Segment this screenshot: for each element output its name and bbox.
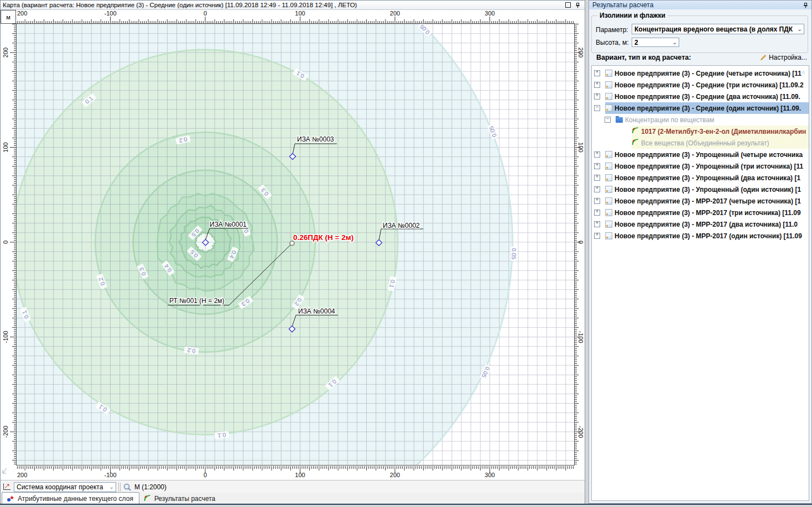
- calculation-variant-icon: [605, 174, 612, 181]
- tab-calculation-results[interactable]: Результаты расчета: [139, 493, 221, 504]
- isolines-icon: [632, 139, 639, 148]
- window-bottom-edge: [0, 504, 812, 505]
- tree-item[interactable]: +Новое предприятие (3) - Средние (два ис…: [592, 91, 809, 102]
- ruler-bottom: 200-1000100200300: [17, 466, 575, 479]
- receptor-marker: [290, 241, 294, 245]
- collapse-icon[interactable]: −: [605, 117, 611, 123]
- svg-text:100: 100: [295, 472, 305, 478]
- expand-icon[interactable]: +: [594, 70, 600, 76]
- tree-item[interactable]: Все вещества (Объединённый результат): [592, 137, 809, 149]
- calculation-variant-icon: [605, 197, 612, 205]
- results-panel-title: Результаты расчета: [592, 1, 803, 9]
- tree-item[interactable]: +Новое предприятие (3) - Упрощенный (два…: [592, 172, 809, 184]
- map-window: Карта (вариант расчета: Новое предприяти…: [0, 0, 585, 504]
- svg-text:0.2: 0.2: [187, 347, 196, 355]
- tree-item[interactable]: +Новое предприятие (3) - Средние (три ис…: [592, 79, 809, 91]
- calculation-variant-icon: [605, 186, 612, 193]
- coord-system-combobox[interactable]: Система координат проекта ⌄: [14, 482, 116, 492]
- tree-item[interactable]: +Новое предприятие (3) - МРР-2017 (три и…: [592, 207, 809, 218]
- tree-item-label: Новое предприятие (3) - Средние (четыре …: [615, 70, 801, 77]
- height-combobox[interactable]: 2 ⌄: [632, 38, 679, 47]
- pencil-icon: [760, 54, 767, 61]
- height-label: Высота, м:: [596, 39, 628, 46]
- max-concentration-flag: 0.26ПДК (Н = 2м): [293, 233, 353, 242]
- tree-item-label: Концентрации по веществам: [625, 116, 714, 124]
- tree-item[interactable]: +Новое предприятие (3) - Средние (четыре…: [592, 67, 809, 79]
- svg-text:200: 200: [577, 48, 584, 58]
- restore-icon[interactable]: [565, 2, 571, 8]
- results-tree[interactable]: ∧ +Новое предприятие (3) - Средние (четы…: [591, 65, 809, 501]
- tree-item-label: Все вещества (Объединённый результат): [641, 139, 769, 147]
- svg-text:0: 0: [577, 241, 584, 244]
- tree-item-label: Новое предприятие (3) - Средние (три ист…: [615, 81, 804, 89]
- tree-item[interactable]: +Новое предприятие (3) - Упрощенный (три…: [592, 160, 809, 172]
- tree-item[interactable]: −Концентрации по веществам: [592, 114, 809, 126]
- svg-text:200: 200: [390, 10, 400, 17]
- calculation-variant-icon: [605, 232, 612, 239]
- svg-text:ИЗА №0003: ИЗА №0003: [297, 135, 334, 143]
- ruler-corner-bottom: [1, 466, 16, 479]
- parameter-combobox[interactable]: Концентрация вредного вещества (в долях …: [632, 24, 804, 34]
- variant-label: Вариант, тип и код расчета:: [596, 54, 691, 61]
- map-window-title: Карта (вариант расчета: Новое предприяти…: [3, 2, 565, 8]
- calculation-variant-icon: [605, 81, 612, 88]
- isolines-icon: [144, 495, 151, 502]
- map-window-titlebar: Карта (вариант расчета: Новое предприяти…: [1, 1, 585, 10]
- expand-icon[interactable]: +: [594, 93, 600, 100]
- pin-icon[interactable]: [575, 2, 580, 8]
- expand-icon[interactable]: +: [594, 210, 600, 216]
- ruler-unit-box: м: [1, 10, 16, 24]
- tree-item[interactable]: +Новое предприятие (3) - МРР-2017 (два и…: [592, 218, 809, 230]
- pin-icon[interactable]: [803, 2, 808, 8]
- settings-button[interactable]: Настройка...: [760, 54, 807, 61]
- collapse-icon[interactable]: −: [594, 105, 600, 111]
- expand-icon[interactable]: +: [594, 163, 600, 169]
- zoom-scale-icon: [123, 483, 132, 492]
- svg-text:100: 100: [295, 10, 305, 17]
- calculation-variant-icon: [605, 93, 612, 100]
- svg-text:ИЗА №0004: ИЗА №0004: [298, 307, 335, 315]
- expand-icon[interactable]: +: [594, 175, 600, 181]
- tree-item[interactable]: +Новое предприятие (3) - Упрощенный (оди…: [592, 184, 809, 195]
- expand-icon[interactable]: +: [594, 233, 600, 239]
- svg-text:200: 200: [390, 472, 400, 478]
- tree-item-label: Новое предприятие (3) - Упрощенный (три …: [615, 163, 803, 170]
- separator: [118, 483, 121, 492]
- svg-text:-100: -100: [2, 331, 9, 343]
- tree-item[interactable]: −Новое предприятие (3) - Средние (один и…: [592, 102, 809, 114]
- expand-icon[interactable]: +: [594, 151, 600, 158]
- expand-icon[interactable]: +: [594, 186, 600, 192]
- tree-item[interactable]: 1017 (2-Метилбут-3-ен-2-ол (Диметилвинил…: [592, 126, 809, 137]
- svg-text:200: 200: [17, 472, 27, 478]
- expand-icon[interactable]: +: [594, 198, 600, 204]
- tree-item[interactable]: +Новое предприятие (3) - МРР-2017 (один …: [592, 230, 809, 242]
- svg-text:-200: -200: [2, 426, 9, 438]
- map-scale-label: М (1:2000): [134, 483, 166, 491]
- svg-text:200: 200: [17, 10, 27, 17]
- tree-item-label: Новое предприятие (3) - Средние (один ис…: [615, 104, 801, 112]
- svg-text:0: 0: [204, 472, 207, 478]
- expand-icon[interactable]: +: [594, 82, 600, 88]
- bottom-tabs: Атрибутивные данные текущего слоя Резуль…: [1, 493, 585, 504]
- tree-item-label: Новое предприятие (3) - МРР-2017 (четыре…: [615, 197, 801, 205]
- svg-text:200: 200: [2, 48, 9, 58]
- tree-item-label: 1017 (2-Метилбут-3-ен-2-ол (Диметилвинил…: [641, 128, 806, 135]
- chevron-down-icon: ⌄: [798, 26, 804, 32]
- tree-item[interactable]: +Новое предприятие (3) - Упрощенный (чет…: [592, 149, 809, 160]
- tree-item[interactable]: +Новое предприятие (3) - МРР-2017 (четыр…: [592, 195, 809, 207]
- expand-icon[interactable]: +: [594, 221, 600, 227]
- map-canvas[interactable]: 0.050.050.050.050.10.10.10.10.10.10.10.2…: [16, 23, 575, 466]
- tree-item-label: Новое предприятие (3) - МРР-2017 (два ис…: [615, 221, 798, 228]
- svg-text:0.05: 0.05: [511, 248, 518, 260]
- coordinate-system-icon: [2, 483, 12, 491]
- results-panel: Результаты расчета Изолинии и флажки Пар…: [589, 0, 812, 504]
- calculation-variant-icon: [605, 151, 612, 158]
- tree-item-label: Новое предприятие (3) - Средние (два ист…: [615, 93, 800, 101]
- svg-text:-100: -100: [104, 472, 116, 478]
- svg-text:100: 100: [2, 142, 9, 152]
- isolines-icon: [632, 127, 639, 136]
- chevron-down-icon: ⌄: [110, 484, 116, 490]
- tree-item-label: Новое предприятие (3) - Упрощенный (два …: [615, 174, 800, 182]
- tab-attribute-data[interactable]: Атрибутивные данные текущего слоя: [2, 492, 139, 504]
- isolines-group-legend: Изолинии и флажки: [597, 12, 668, 19]
